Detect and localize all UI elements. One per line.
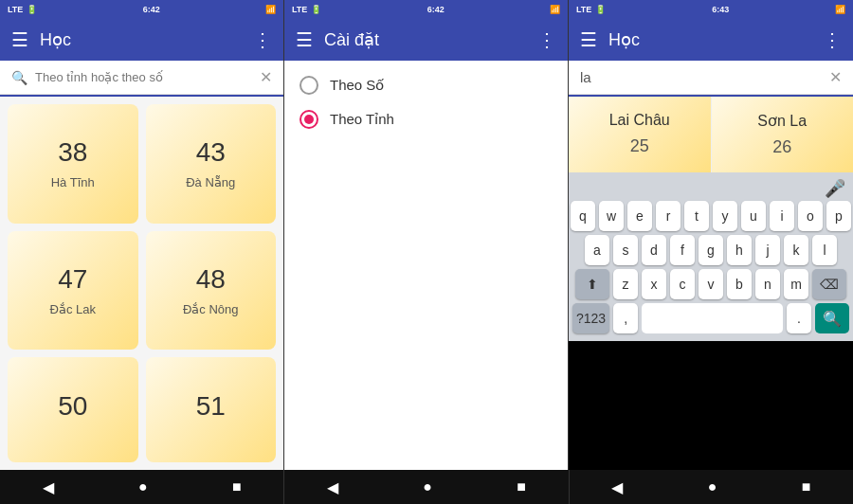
menu-icon-1[interactable]: ☰: [11, 28, 28, 51]
key-s[interactable]: s: [613, 235, 638, 265]
more-icon-1[interactable]: ⋮: [253, 28, 272, 51]
menu-icon-3[interactable]: ☰: [580, 28, 597, 51]
key-g[interactable]: g: [699, 235, 723, 265]
key-v[interactable]: v: [699, 269, 723, 299]
radio-theo-so[interactable]: Theo Số: [299, 76, 553, 95]
key-i[interactable]: i: [770, 201, 794, 231]
nav-home-2[interactable]: ●: [423, 478, 432, 495]
key-j[interactable]: j: [755, 235, 780, 265]
signal-bars-2: 📶: [550, 5, 560, 14]
item-name: Đà Nẵng: [186, 175, 235, 189]
clear-icon-3[interactable]: ✕: [829, 68, 842, 86]
nav-section-2: ◀ ● ■: [284, 470, 569, 504]
nav-home-1[interactable]: ●: [138, 478, 148, 495]
nav-recent-3[interactable]: ■: [802, 478, 811, 495]
key-u[interactable]: u: [741, 201, 766, 231]
more-icon-2[interactable]: ⋮: [537, 28, 556, 51]
search-input-1[interactable]: [35, 70, 260, 84]
key-num[interactable]: ?123: [572, 303, 609, 333]
item-number: 48: [196, 264, 226, 295]
results-area: Lai Châu 25 Sơn La 26: [569, 97, 853, 172]
list-item[interactable]: 48 Đắc Nông: [146, 231, 277, 351]
battery-icon-1: 🔋: [27, 5, 37, 14]
list-item[interactable]: 38 Hà Tĩnh: [8, 104, 138, 224]
key-backspace[interactable]: ⌫: [812, 269, 846, 299]
nav-recent-1[interactable]: ■: [232, 478, 242, 495]
radio-outer-2: [299, 110, 318, 129]
app-bar-1: ☰ Học ⋮: [0, 19, 283, 61]
app-bar-3: ☰ Học ⋮: [569, 19, 853, 61]
app-bar-2: ☰ Cài đặt ⋮: [284, 19, 568, 61]
item-number: 38: [58, 137, 87, 168]
key-y[interactable]: y: [713, 201, 737, 231]
nav-home-3[interactable]: ●: [708, 478, 717, 495]
clear-icon-1[interactable]: ✕: [260, 68, 272, 86]
battery-icon-2: 🔋: [311, 5, 321, 14]
key-f[interactable]: f: [670, 235, 695, 265]
key-space[interactable]: [642, 303, 783, 333]
result-lai-chau[interactable]: Lai Châu 25: [569, 97, 712, 172]
mic-icon[interactable]: 🎤: [825, 178, 845, 199]
key-z[interactable]: z: [613, 269, 638, 299]
key-h[interactable]: h: [727, 235, 752, 265]
key-e[interactable]: e: [627, 201, 652, 231]
key-q[interactable]: q: [571, 201, 595, 231]
status-bar-3: LTE 🔋 6:43 📶: [569, 0, 853, 19]
key-l[interactable]: l: [812, 235, 837, 265]
list-item[interactable]: 51: [146, 357, 277, 462]
more-icon-3[interactable]: ⋮: [823, 28, 842, 51]
radio-label-2: Theo Tỉnh: [330, 111, 394, 128]
radio-label-1: Theo Số: [330, 77, 384, 94]
key-r[interactable]: r: [656, 201, 681, 231]
result-number-2: 26: [772, 137, 791, 157]
key-c[interactable]: c: [670, 269, 695, 299]
signal-bars-3: 📶: [835, 5, 845, 14]
key-x[interactable]: x: [642, 269, 666, 299]
app-title-1: Học: [40, 29, 242, 50]
key-comma[interactable]: ,: [613, 303, 638, 333]
nav-section-3: ◀ ● ■: [570, 470, 853, 504]
key-k[interactable]: k: [784, 235, 808, 265]
key-t[interactable]: t: [684, 201, 709, 231]
radio-outer-1: [299, 76, 318, 95]
result-number-1: 25: [630, 136, 649, 156]
key-period[interactable]: .: [787, 303, 811, 333]
signal-3: LTE: [576, 5, 591, 14]
status-bar-2: LTE 🔋 6:42 📶: [284, 0, 568, 19]
search-bar-3: ✕: [569, 61, 853, 95]
key-b[interactable]: b: [727, 269, 752, 299]
key-o[interactable]: o: [798, 201, 823, 231]
item-number: 47: [58, 264, 87, 295]
key-a[interactable]: a: [585, 235, 609, 265]
list-item[interactable]: 50: [8, 357, 138, 462]
item-name: Đắc Nông: [183, 302, 239, 316]
key-d[interactable]: d: [642, 235, 666, 265]
signal-bars-1: 📶: [265, 5, 276, 14]
battery-icon-3: 🔋: [595, 5, 606, 14]
list-item[interactable]: 47 Đắc Lak: [8, 231, 138, 351]
time-1: 6:42: [143, 5, 160, 14]
nav-back-3[interactable]: ◀: [611, 478, 623, 496]
key-w[interactable]: w: [599, 201, 624, 231]
keyboard-row-4: ?123 , . 🔍: [572, 303, 849, 333]
radio-theo-tinh[interactable]: Theo Tỉnh: [299, 110, 553, 129]
key-shift[interactable]: ⬆: [575, 269, 609, 299]
list-item[interactable]: 43 Đà Nẵng: [146, 104, 277, 224]
nav-recent-2[interactable]: ■: [517, 478, 526, 495]
result-son-la[interactable]: Sơn La 26: [712, 97, 854, 172]
time-3: 6:43: [712, 5, 729, 14]
nav-back-1[interactable]: ◀: [43, 478, 54, 496]
nav-back-2[interactable]: ◀: [327, 478, 338, 496]
key-m[interactable]: m: [784, 269, 808, 299]
search-input-3[interactable]: [580, 69, 829, 85]
signal-1: LTE: [8, 5, 23, 14]
key-n[interactable]: n: [755, 269, 780, 299]
radio-inner-2: [304, 115, 314, 124]
item-number: 50: [58, 391, 87, 422]
key-p[interactable]: p: [826, 201, 851, 231]
search-icon-keyboard: 🔍: [823, 310, 842, 328]
search-icon-1: 🔍: [11, 70, 27, 85]
item-number: 51: [196, 391, 226, 422]
key-search[interactable]: 🔍: [815, 303, 849, 333]
menu-icon-2[interactable]: ☰: [296, 28, 313, 51]
